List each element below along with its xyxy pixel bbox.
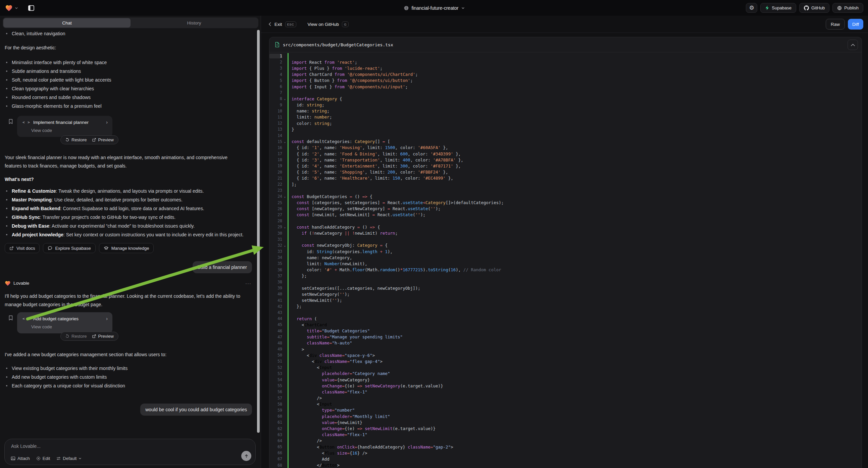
line-number: 40: [270, 292, 282, 296]
preview-button[interactable]: Preview: [92, 137, 114, 142]
code-line: 58 <Input: [270, 401, 862, 407]
code-line: 54 value={newCategory}: [270, 377, 862, 383]
bullet-text: Rounded corners and subtle shadows: [12, 93, 91, 102]
chat-input-box[interactable]: Attach Edit Default: [4, 439, 256, 465]
chat-message-list[interactable]: Clean, intuitive navigation For the desi…: [0, 28, 261, 437]
line-number: 18: [270, 157, 282, 162]
view-code-link[interactable]: View code: [31, 128, 108, 133]
restore-button[interactable]: Restore: [65, 334, 87, 339]
code-line: 63 className="flex-1": [270, 432, 862, 438]
line-number: 51: [270, 359, 282, 363]
line-number: 65: [270, 444, 282, 449]
diff-added-gutter: [287, 456, 288, 462]
code-line: 12 color: string;: [270, 120, 862, 126]
lovable-app: financial-future-creator ⚙ Supabase GitH…: [0, 0, 868, 468]
line-number: 1: [270, 54, 282, 58]
bullet-dot-icon: [6, 33, 7, 34]
code-text: { id: '4', name: 'Entertainment', limit:…: [291, 164, 461, 169]
code-header: Exit ESC View on GitHub G Raw Diff: [261, 16, 868, 33]
bullet-dot-icon: [6, 376, 7, 378]
line-number: 53: [270, 371, 282, 376]
code-line: 11 limit: number;: [270, 114, 862, 120]
diff-added-gutter: [287, 151, 288, 157]
tab-chat[interactable]: Chat: [3, 18, 130, 28]
edit-label: Edit: [42, 456, 50, 461]
version-card-implement-financial-planner[interactable]: < > Implement financial planner › View c…: [17, 116, 113, 137]
edit-mode-button[interactable]: Edit: [36, 456, 50, 461]
diff-added-gutter: [287, 206, 288, 212]
diff-added-gutter: [287, 273, 288, 279]
toggle-sidebar-panel-icon[interactable]: [28, 4, 35, 12]
user-message-add-categories: would be cool if you could add budget ca…: [140, 404, 252, 416]
diff-added-gutter: [287, 279, 288, 285]
diff-added-gutter: [287, 291, 288, 297]
bullet-dot-icon: [6, 199, 7, 200]
bookmark-icon[interactable]: [8, 119, 13, 124]
code-panel: Exit ESC View on GitHub G Raw Diff src/c…: [261, 16, 868, 468]
version-card-add-budget-categories[interactable]: < > Add budget categories › View code Re…: [17, 312, 113, 333]
supabase-button[interactable]: Supabase: [760, 3, 796, 13]
bullet-bold: Refine & Customize: [12, 188, 56, 194]
publish-globe-icon: [837, 6, 842, 10]
code-text: import React from 'react';: [291, 60, 357, 65]
list-item: View existing budget categories with the…: [5, 364, 251, 373]
settings-gear-icon[interactable]: ⚙: [746, 3, 757, 13]
bullet-text: Master Prompting: Use clear, detailed, a…: [12, 195, 183, 204]
diff-added-gutter: [287, 303, 288, 310]
diff-added-gutter: [287, 389, 288, 395]
github-button[interactable]: GitHub: [799, 3, 829, 13]
chevron-right-icon: ›: [106, 119, 108, 125]
assistant-header: Lovable ···: [5, 280, 251, 286]
code-line: 29⌄ const handleAddCategory = () => {: [270, 224, 862, 230]
collapse-file-button[interactable]: [847, 39, 858, 50]
diff-added-gutter: [287, 255, 288, 261]
view-code-link[interactable]: View code: [31, 324, 108, 329]
code-line: 34 name: newCategory,: [270, 255, 862, 261]
raw-toggle-button[interactable]: Raw: [826, 19, 845, 30]
publish-button[interactable]: Publish: [832, 3, 863, 13]
send-button[interactable]: [241, 451, 251, 461]
tab-history[interactable]: History: [130, 18, 258, 28]
diff-added-gutter: [287, 139, 288, 145]
line-number: 13: [270, 127, 282, 131]
diff-added-gutter: [287, 175, 288, 181]
bookmark-icon[interactable]: [8, 315, 13, 321]
code-text: value={newCategory}: [291, 377, 370, 382]
line-number: 59: [270, 408, 282, 413]
exit-button[interactable]: Exit ESC: [269, 22, 296, 27]
code-lines[interactable]: 12import React from 'react';3import { Pl…: [270, 52, 862, 468]
attach-image-icon: [11, 456, 16, 461]
more-options-icon[interactable]: ···: [245, 280, 251, 286]
list-item: Expand with Backend: Connect Supabase to…: [5, 204, 251, 213]
external-link-icon: [9, 246, 14, 251]
view-on-github-button[interactable]: View on GitHub G: [308, 22, 349, 27]
design-heading: For the design aesthetic:: [5, 43, 56, 52]
bullet-dot-icon: [6, 385, 7, 386]
diff-added-gutter: [287, 310, 288, 316]
attach-button[interactable]: Attach: [11, 456, 30, 461]
restore-label: Restore: [71, 334, 87, 339]
lovable-logo-heart-icon[interactable]: [5, 4, 13, 11]
code-line: 7: [270, 90, 862, 96]
explore-supabase-button[interactable]: Explore Supabase: [43, 243, 95, 253]
bullet-dot-icon: [6, 97, 7, 98]
diff-toggle-button[interactable]: Diff: [848, 19, 863, 30]
code-text: />: [291, 438, 322, 443]
manage-knowledge-button[interactable]: Manage knowledge: [99, 243, 154, 253]
restore-button[interactable]: Restore: [65, 137, 87, 142]
file-path-row[interactable]: src/components/budget/BudgetCategories.t…: [270, 37, 862, 52]
code-text: };: [291, 304, 302, 309]
list-item: Each category gets a unique color for vi…: [5, 381, 251, 390]
mode-selector[interactable]: Default: [56, 456, 82, 461]
project-switcher[interactable]: financial-future-creator: [403, 0, 464, 16]
preview-button[interactable]: Preview: [92, 334, 114, 339]
bullet-dot-icon: [6, 225, 7, 227]
code-text: ];: [291, 182, 297, 187]
logo-chevron-down-icon[interactable]: [15, 6, 18, 10]
code-line: 59 type="number": [270, 407, 862, 413]
ask-lovable-input[interactable]: [11, 443, 212, 449]
code-text: id: string;: [291, 103, 324, 108]
code-text: >: [291, 347, 304, 352]
chat-scrollbar[interactable]: [257, 30, 260, 433]
visit-docs-button[interactable]: Visit docs: [5, 243, 39, 253]
